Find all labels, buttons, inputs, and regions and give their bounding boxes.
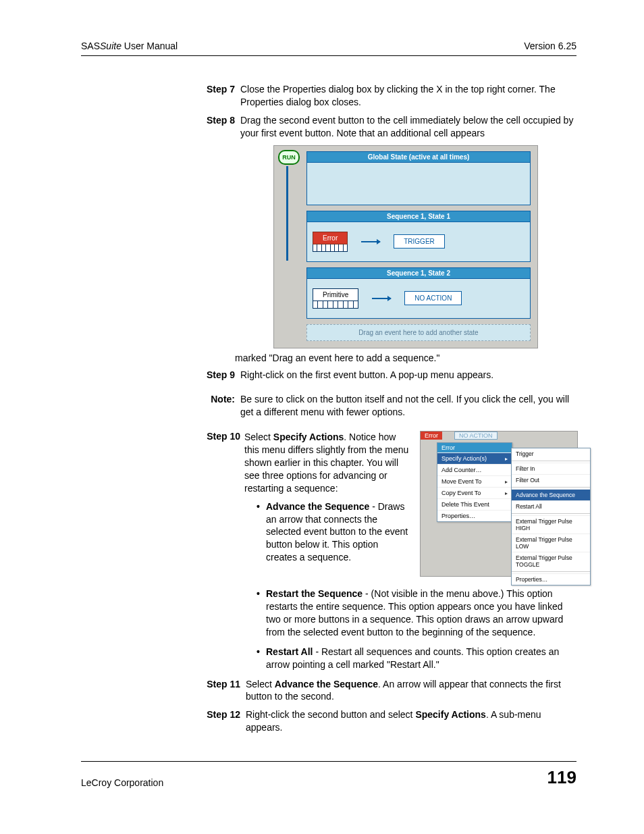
text-bold: Specify Actions: [415, 709, 486, 720]
figure-1: RUN Global State (active at all times) S…: [235, 145, 576, 348]
text: Select: [244, 432, 273, 442]
step-label: Step 7: [196, 83, 240, 109]
text-bold: Restart the Sequence: [266, 588, 363, 599]
step-label: Step 8: [196, 114, 240, 140]
menu-item-label: Move Event To: [441, 478, 481, 485]
manual-label: User Manual: [122, 41, 178, 51]
menu-item-label: Copy Event To: [441, 490, 481, 496]
text-bold: Specify Actions: [273, 432, 344, 442]
step-body: Drag the second event button to the cell…: [240, 114, 576, 140]
state-title: Global State (active at all times): [307, 152, 530, 163]
page-number: 119: [547, 767, 576, 788]
submenu-item-ext-trigger-toggle[interactable]: External Trigger Pulse TOGGLE: [512, 552, 590, 570]
step-label: Step 11: [196, 678, 246, 704]
step-body: Close the Properties dialog box by click…: [240, 83, 576, 109]
note-label: Note:: [196, 393, 240, 419]
arrow-icon: [372, 298, 391, 299]
connector-line: [286, 166, 288, 261]
chevron-right-icon: ▸: [505, 479, 508, 485]
action-noaction[interactable]: NO ACTION: [404, 291, 462, 305]
footer-company: LeCroy Corporation: [81, 777, 163, 788]
state-body: Error TRIGGER: [307, 222, 530, 261]
event-strip: [313, 244, 348, 252]
option-restart-all: Restart All - Restart all sequences and …: [257, 646, 576, 671]
step-label: Step 12: [196, 708, 246, 734]
header-left: SASSuite User Manual: [81, 41, 178, 51]
step-body: Right-click the second button and select…: [246, 708, 576, 734]
menu-item-delete-event[interactable]: Delete This Event: [437, 498, 512, 510]
submenu-item-restart-all[interactable]: Restart All: [512, 500, 590, 512]
event-label: Primitive: [313, 288, 358, 301]
product-name: SAS: [81, 41, 100, 51]
figure-2: Error NO ACTION Error Specify Action(s)▸…: [420, 431, 576, 577]
submenu-item-ext-trigger-low[interactable]: External Trigger Pulse LOW: [512, 533, 590, 552]
text-bold: Restart All: [266, 646, 313, 657]
text: Select: [246, 679, 275, 689]
step-label: Step 9: [196, 369, 240, 382]
step-8: Step 8 Drag the second event button to t…: [196, 114, 576, 140]
menu-item-label: Specify Action(s): [441, 455, 487, 462]
menu-item-add-counter[interactable]: Add Counter…: [437, 464, 512, 475]
step-9: Step 9 Right-click on the first event bu…: [196, 369, 576, 382]
run-badge: RUN: [278, 150, 300, 165]
option-restart-sequence: Restart the Sequence - (Not visible in t…: [257, 588, 576, 639]
step-11: Step 11 Select Advance the Sequence. An …: [196, 678, 576, 704]
submenu-item-advance-sequence[interactable]: Advance the Sequence: [512, 489, 590, 500]
action-trigger[interactable]: TRIGGER: [394, 234, 445, 249]
state-2-block: Sequence 1, State 2 Primitive NO ACTION: [306, 267, 531, 319]
global-state-block: Global State (active at all times): [306, 151, 531, 205]
product-suite: Suite: [100, 41, 122, 51]
action-noaction: NO ACTION: [454, 432, 498, 440]
submenu: Trigger Filter In Filter Out Advance the…: [511, 448, 591, 585]
menu-item-properties[interactable]: Properties…: [437, 510, 512, 521]
context-menu: Error Specify Action(s)▸ Add Counter… Mo…: [437, 442, 512, 522]
state-1-block: Sequence 1, State 1 Error TRIGGER: [306, 211, 531, 262]
step-body: Select Advance the Sequence. An arrow wi…: [246, 678, 576, 704]
chevron-right-icon: ▸: [505, 456, 508, 462]
arrow-icon: [361, 241, 380, 242]
options-list-cont: Restart the Sequence - (Not visible in t…: [257, 588, 576, 671]
step-label: Step 10: [196, 431, 244, 494]
step-12: Step 12 Right-click the second button an…: [196, 708, 576, 734]
text-bold: Advance the Sequence: [275, 679, 378, 689]
option-advance-sequence: Advance the Sequence - Draws an arrow th…: [257, 500, 421, 564]
event-button-error: Error: [421, 432, 442, 440]
step-7: Step 7 Close the Properties dialog box b…: [196, 83, 576, 109]
caption-after-figure: marked "Drag an event here to add a sequ…: [235, 353, 576, 363]
state-body: [307, 163, 530, 205]
page-header: SASSuite User Manual Version 6.25: [81, 41, 576, 56]
text-bold: Advance the Sequence: [266, 501, 369, 512]
submenu-item-trigger[interactable]: Trigger: [512, 448, 590, 459]
menu-item-specify-actions[interactable]: Specify Action(s)▸: [437, 452, 512, 464]
menu-item-copy-event[interactable]: Copy Event To▸: [437, 487, 512, 498]
submenu-item-filter-out[interactable]: Filter Out: [512, 474, 590, 486]
text: Right-click the second button and select: [246, 709, 415, 720]
note: Note: Be sure to click on the button its…: [196, 393, 576, 419]
step-10-block: Error NO ACTION Error Specify Action(s)▸…: [196, 431, 576, 582]
chevron-right-icon: ▸: [505, 490, 508, 496]
event-label: Error: [313, 232, 348, 244]
header-version: Version 6.25: [524, 41, 576, 51]
event-button-primitive[interactable]: Primitive: [313, 288, 358, 309]
state-title: Sequence 1, State 2: [307, 268, 530, 279]
state-title: Sequence 1, State 1: [307, 211, 530, 222]
event-button-error[interactable]: Error: [313, 232, 348, 252]
step-body: Select Specify Actions. Notice how this …: [244, 431, 412, 494]
menu-title: Error: [437, 443, 512, 452]
state-body: Primitive NO ACTION: [307, 279, 530, 318]
event-strip: [313, 301, 358, 309]
menu-item-move-event[interactable]: Move Event To▸: [437, 475, 512, 487]
drop-hint[interactable]: Drag an event here to add another state: [306, 324, 531, 341]
submenu-item-properties[interactable]: Properties…: [512, 573, 590, 585]
step-body: Right-click on the first event button. A…: [240, 369, 576, 382]
submenu-item-filter-in[interactable]: Filter In: [512, 463, 590, 474]
page-footer: LeCroy Corporation 119: [81, 761, 576, 788]
submenu-item-ext-trigger-high[interactable]: External Trigger Pulse HIGH: [512, 515, 590, 533]
note-body: Be sure to click on the button itself an…: [240, 393, 576, 419]
